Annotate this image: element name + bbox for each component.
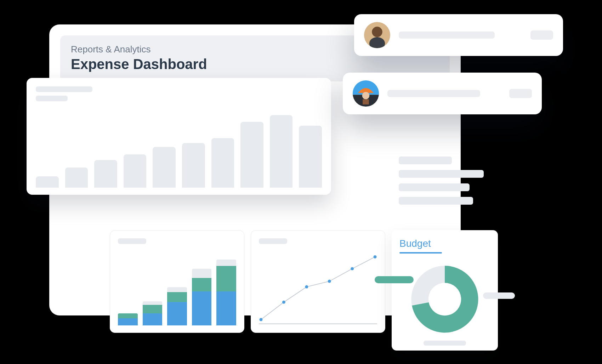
main-bar-chart-card[interactable]: [27, 78, 331, 195]
svg-point-6: [374, 255, 377, 258]
card-subtitle-placeholder: [36, 96, 68, 101]
budget-card[interactable]: Budget: [392, 230, 498, 351]
person-badge-placeholder: [509, 89, 532, 98]
card-title-placeholder: [118, 238, 146, 244]
donut-legend-secondary: [483, 292, 515, 299]
person-badge-placeholder: [530, 30, 553, 40]
svg-point-5: [351, 267, 354, 270]
budget-footer-placeholder: [424, 341, 466, 346]
stacked-bar-chart: [118, 255, 236, 325]
donut-chart: [392, 262, 498, 343]
svg-point-8: [372, 27, 382, 37]
donut-legend-primary: [375, 276, 414, 283]
svg-point-12: [362, 92, 370, 99]
line-chart: [259, 251, 377, 325]
card-title-placeholder: [259, 238, 287, 244]
main-bar-chart: [36, 106, 322, 188]
page-title: Expense Dashboard: [71, 56, 439, 72]
svg-point-4: [328, 280, 331, 283]
summary-list: [399, 157, 491, 210]
svg-rect-13: [363, 99, 369, 104]
svg-point-1: [259, 318, 262, 321]
person-text-placeholder: [399, 32, 522, 39]
line-chart-card[interactable]: [251, 230, 385, 333]
stacked-bar-card[interactable]: [110, 230, 244, 333]
budget-tab[interactable]: Budget: [399, 238, 431, 253]
card-title-placeholder: [36, 86, 92, 92]
svg-point-2: [282, 301, 285, 304]
avatar: [353, 80, 379, 107]
person-card[interactable]: [354, 14, 563, 56]
svg-point-3: [305, 285, 308, 289]
person-card[interactable]: [343, 73, 542, 114]
avatar: [364, 22, 390, 48]
person-text-placeholder: [387, 90, 501, 97]
